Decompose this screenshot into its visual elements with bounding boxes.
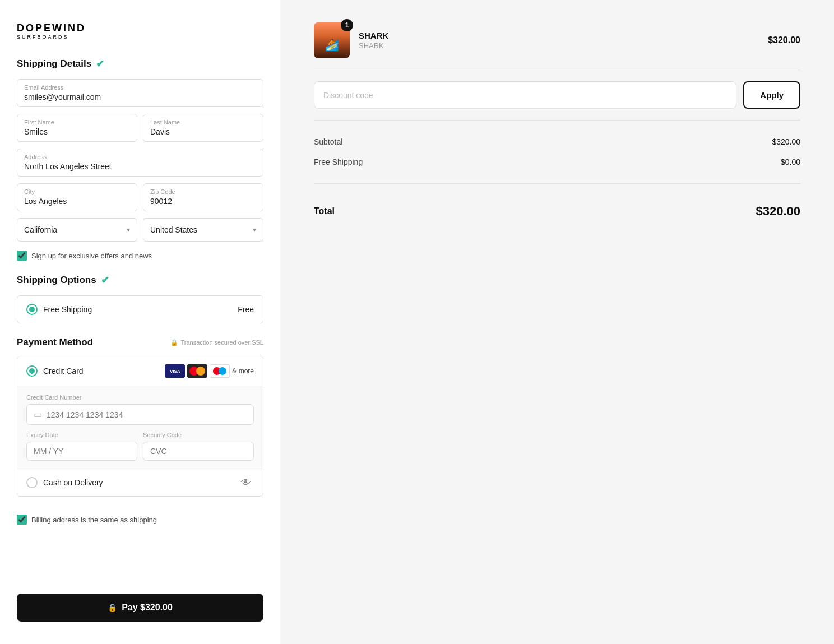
lock-ssl-icon: 🔒	[170, 339, 178, 346]
free-shipping-label: Free Shipping	[43, 305, 92, 314]
subtotal-label: Subtotal	[314, 137, 342, 146]
free-shipping-radio[interactable]	[26, 304, 38, 315]
visa-icon: VISA	[165, 364, 185, 378]
shipping-row: Free Shipping $0.00	[314, 152, 800, 172]
country-value: United States	[150, 225, 197, 234]
right-panel: 🏄 1 SHARK SHARK $320.00 Apply Subtotal $…	[280, 0, 834, 644]
card-number-wrapper: ▭	[26, 404, 254, 425]
security-label: Security Code	[143, 432, 254, 438]
state-value: California	[24, 225, 57, 234]
pay-button[interactable]: 🔒 Pay $320.00	[17, 594, 263, 622]
total-value: $320.00	[756, 204, 800, 219]
cash-radio[interactable]	[26, 477, 38, 488]
address-label: Address	[24, 154, 256, 160]
product-price: $320.00	[768, 35, 800, 45]
card-number-label: Credit Card Number	[26, 394, 254, 401]
ssl-text: 🔒 Transaction secured over SSL	[170, 339, 263, 346]
subtotal-row: Subtotal $320.00	[314, 132, 800, 152]
state-country-row: California ▾ United States ▾	[17, 218, 263, 242]
billing-checkbox[interactable]	[17, 515, 27, 525]
city-label: City	[24, 188, 130, 195]
city-zip-row: City Zip Code	[17, 183, 263, 211]
shipping-details-title: Shipping Details ✔	[17, 58, 263, 70]
brand-name: DOPEWIND	[17, 22, 263, 34]
maestro-icon	[210, 364, 230, 378]
billing-row: Billing address is the same as shipping	[17, 515, 263, 525]
security-group: Security Code	[143, 432, 254, 461]
zip-group: Zip Code	[143, 183, 263, 211]
country-chevron-icon: ▾	[253, 226, 256, 234]
zip-label: Zip Code	[150, 188, 256, 195]
newsletter-label: Sign up for exclusive offers and news	[31, 252, 152, 260]
product-image-container: 🏄 1	[314, 22, 350, 58]
newsletter-row: Sign up for exclusive offers and news	[17, 251, 263, 261]
product-info: SHARK SHARK	[359, 31, 388, 50]
zip-input[interactable]	[150, 197, 256, 206]
last-name-group: Last Name	[143, 114, 263, 142]
newsletter-checkbox[interactable]	[17, 251, 27, 261]
email-group: Email Address	[17, 79, 263, 107]
payment-section: Payment Method 🔒 Transaction secured ove…	[17, 337, 263, 497]
credit-card-radio[interactable]	[26, 365, 38, 377]
cash-on-delivery-option[interactable]: Cash on Delivery 👁	[17, 469, 263, 496]
total-row: Total $320.00	[314, 195, 800, 228]
free-shipping-option[interactable]: Free Shipping Free	[17, 295, 263, 323]
expiry-group: Expiry Date	[26, 432, 137, 461]
card-number-input[interactable]	[47, 410, 247, 419]
last-name-label: Last Name	[150, 119, 256, 126]
divider-1	[314, 70, 800, 70]
shipping-options-section: Free Shipping Free	[17, 295, 263, 323]
shipping-options-title: Shipping Options ✔	[17, 274, 263, 286]
brand-sub: SURFBOARDS	[17, 34, 263, 40]
shipping-check-icon: ✔	[96, 58, 104, 70]
free-shipping-summary-label: Free Shipping	[314, 157, 363, 166]
free-shipping-price: Free	[238, 305, 254, 314]
pay-lock-icon: 🔒	[108, 603, 117, 612]
expiry-input[interactable]	[34, 447, 130, 456]
credit-card-fields: Credit Card Number ▭ Expiry Date Secu	[17, 386, 263, 469]
credit-card-option[interactable]: Credit Card VISA & more	[17, 356, 263, 386]
subtotal-value: $320.00	[772, 137, 800, 146]
email-label: Email Address	[24, 84, 256, 91]
last-name-input[interactable]	[150, 127, 256, 136]
state-select[interactable]: California ▾	[17, 218, 137, 242]
address-group: Address	[17, 149, 263, 177]
product-variant: SHARK	[359, 41, 388, 50]
left-panel: DOPEWIND SURFBOARDS Shipping Details ✔ E…	[0, 0, 280, 644]
security-input[interactable]	[150, 447, 247, 456]
card-icon: ▭	[34, 409, 42, 420]
first-name-group: First Name	[17, 114, 137, 142]
cc-expiry-security-row: Expiry Date Security Code	[26, 432, 254, 461]
divider-2	[314, 120, 800, 121]
address-input[interactable]	[24, 162, 256, 171]
apply-button[interactable]: Apply	[743, 81, 800, 109]
name-row: First Name Last Name	[17, 114, 263, 142]
logo: DOPEWIND SURFBOARDS	[17, 22, 263, 40]
discount-row: Apply	[314, 81, 800, 109]
product-left: 🏄 1 SHARK SHARK	[314, 22, 388, 58]
expiry-label: Expiry Date	[26, 432, 137, 438]
first-name-label: First Name	[24, 119, 130, 126]
shipping-summary-value: $0.00	[781, 157, 800, 166]
cash-icon: 👁	[238, 477, 254, 488]
country-select[interactable]: United States ▾	[143, 218, 263, 242]
card-icons-group: VISA & more	[165, 364, 254, 378]
cash-label: Cash on Delivery	[43, 478, 103, 487]
divider-3	[314, 183, 800, 184]
product-name: SHARK	[359, 31, 388, 40]
state-chevron-icon: ▾	[127, 226, 130, 234]
total-label: Total	[314, 206, 335, 216]
product-row: 🏄 1 SHARK SHARK $320.00	[314, 22, 800, 58]
city-group: City	[17, 183, 137, 211]
discount-input[interactable]	[314, 81, 736, 109]
mastercard-icon	[187, 364, 207, 378]
surfer-silhouette: 🏄	[325, 38, 339, 52]
billing-label: Billing address is the same as shipping	[31, 516, 157, 524]
email-input[interactable]	[24, 92, 256, 101]
first-name-input[interactable]	[24, 127, 130, 136]
payment-options-container: Credit Card VISA & more	[17, 356, 263, 497]
city-input[interactable]	[24, 197, 130, 206]
more-cards-text: & more	[232, 367, 254, 375]
pay-button-label: Pay $320.00	[122, 603, 173, 613]
product-badge: 1	[341, 19, 353, 31]
